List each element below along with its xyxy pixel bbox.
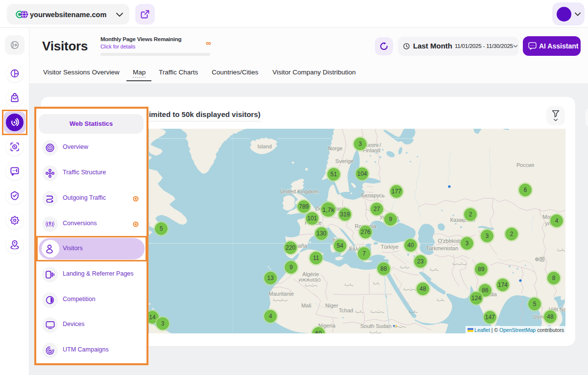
svg-text:51: 51 <box>330 171 337 178</box>
svg-text:147: 147 <box>485 314 495 321</box>
svg-text:789: 789 <box>299 203 309 210</box>
svg-text:13: 13 <box>267 275 274 281</box>
svg-text:27: 27 <box>373 206 380 212</box>
svg-text:3: 3 <box>161 320 165 327</box>
svg-text:2: 2 <box>510 231 514 237</box>
svg-text:9: 9 <box>290 264 293 271</box>
svg-text:40: 40 <box>407 242 414 249</box>
svg-text:Mali: Mali <box>301 303 311 308</box>
svg-text:220: 220 <box>286 244 295 251</box>
svg-text:Mauritanie: Mauritanie <box>269 291 294 297</box>
svg-text:3: 3 <box>466 240 469 247</box>
svg-text:7: 7 <box>363 250 366 257</box>
svg-text:Island: Island <box>257 143 271 149</box>
svg-text:89: 89 <box>478 266 485 273</box>
svg-text:11: 11 <box>313 255 319 261</box>
svg-text:60: 60 <box>315 330 322 333</box>
svg-text:48: 48 <box>419 285 426 292</box>
svg-text:54: 54 <box>337 242 343 249</box>
svg-text:5: 5 <box>533 301 537 307</box>
svg-text:177: 177 <box>392 188 401 195</box>
svg-text:86: 86 <box>482 287 489 294</box>
svg-text:4: 4 <box>555 217 559 224</box>
svg-text:Norge: Norge <box>328 145 343 151</box>
svg-text:2: 2 <box>469 211 472 218</box>
svg-text:104: 104 <box>357 170 367 177</box>
svg-text:3: 3 <box>486 233 489 239</box>
svg-text:Türkmenistan: Türkmenistan <box>426 245 459 251</box>
svg-text:ИЖЖо5§О: ИЖЖо5§О <box>298 278 320 282</box>
svg-text:1,7k: 1,7k <box>322 206 335 213</box>
svg-text:Türkiye: Türkiye <box>381 244 398 250</box>
svg-text:Sverige: Sverige <box>335 158 353 164</box>
svg-text:174: 174 <box>498 281 508 288</box>
svg-text:United Kingdom: United Kingdom <box>280 188 318 194</box>
svg-text:14: 14 <box>149 314 156 321</box>
svg-text:276: 276 <box>361 229 370 235</box>
svg-text:319: 319 <box>340 211 350 218</box>
svg-text:3: 3 <box>359 141 362 147</box>
svg-text:130: 130 <box>317 230 326 237</box>
svg-text:Algérie: Algérie <box>302 271 319 277</box>
svg-text:Беларусь: Беларусь <box>361 192 385 198</box>
svg-text:Niger: Niger <box>325 303 339 308</box>
svg-text:9: 9 <box>389 216 392 223</box>
svg-text:101: 101 <box>307 215 317 222</box>
svg-text:124: 124 <box>471 295 481 302</box>
svg-text:48: 48 <box>547 313 554 320</box>
svg-text:5: 5 <box>160 225 163 232</box>
svg-text:8: 8 <box>552 275 556 281</box>
svg-text:23: 23 <box>417 258 424 265</box>
svg-text:Россия: Россия <box>516 162 534 168</box>
svg-text:88: 88 <box>380 265 387 272</box>
svg-text:4: 4 <box>269 313 272 320</box>
svg-text:Tchad: Tchad <box>339 307 353 313</box>
svg-text:6: 6 <box>524 187 527 193</box>
svg-text:South Sudan: South Sudan <box>360 323 392 329</box>
